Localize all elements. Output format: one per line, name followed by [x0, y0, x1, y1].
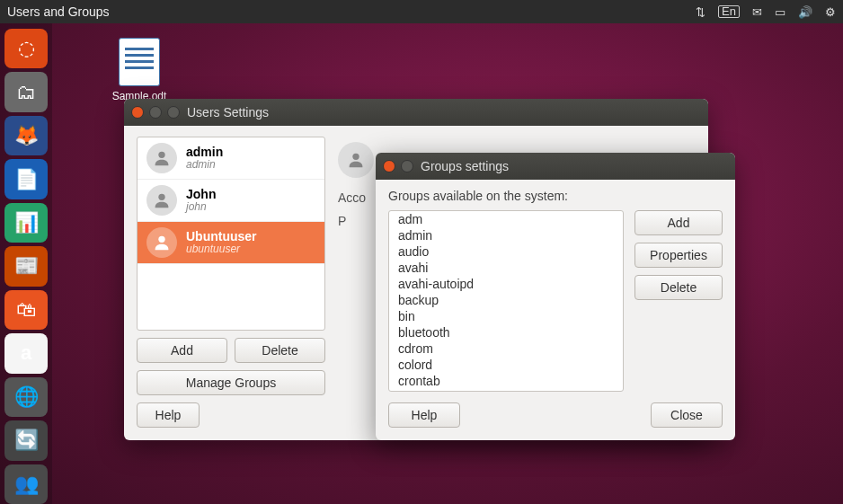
groups-close-button[interactable]: Close	[651, 402, 723, 428]
manage-groups-button[interactable]: Manage Groups	[137, 370, 325, 395]
minimize-icon[interactable]	[149, 106, 162, 119]
close-icon[interactable]	[131, 106, 144, 119]
group-item[interactable]: avahi-autoipd	[389, 276, 623, 292]
svg-point-3	[352, 154, 359, 160]
user-name: John	[186, 187, 216, 201]
group-item[interactable]: cdrom	[389, 340, 623, 357]
user-name: admin	[186, 145, 223, 159]
launcher-firefox[interactable]: 🦊	[4, 116, 48, 155]
group-item[interactable]: crontab	[389, 373, 623, 389]
add-user-button[interactable]: Add	[137, 338, 227, 363]
avatar-icon	[146, 227, 177, 258]
svg-point-1	[158, 194, 164, 200]
sound-icon[interactable]: 🔊	[798, 5, 812, 19]
launcher-files[interactable]: 🗂	[4, 72, 48, 111]
user-list-pane: adminadminJohnjohnUbuntuuserubuntuuser A…	[137, 137, 325, 428]
avatar-icon	[338, 142, 374, 178]
user-login: ubuntuuser	[186, 243, 257, 256]
users-window-titlebar[interactable]: Users Settings	[124, 99, 708, 126]
document-icon	[119, 38, 160, 86]
battery-icon[interactable]: ▭	[775, 5, 785, 19]
desktop-file-sample[interactable]: Sample.odt	[99, 38, 180, 102]
close-icon[interactable]	[383, 160, 395, 172]
user-login: admin	[186, 159, 223, 172]
user-row[interactable]: adminadmin	[138, 137, 324, 180]
users-window-title: Users Settings	[187, 105, 269, 119]
users-help-button[interactable]: Help	[137, 402, 200, 428]
avatar-icon	[146, 143, 177, 173]
launcher-software-center[interactable]: 🛍	[4, 290, 48, 330]
gear-icon[interactable]: ⚙	[825, 5, 836, 19]
launcher-calc[interactable]: 📊	[4, 203, 48, 243]
group-item[interactable]: avahi	[389, 260, 623, 276]
svg-point-0	[158, 152, 164, 158]
group-item[interactable]: colord	[389, 357, 623, 373]
launcher-amazon[interactable]: a	[4, 333, 48, 373]
group-item[interactable]: bin	[389, 308, 623, 324]
group-item[interactable]: bluetooth	[389, 324, 623, 340]
group-item[interactable]: backup	[389, 292, 623, 308]
groups-list[interactable]: admadminaudioavahiavahi-autoipdbackupbin…	[388, 210, 624, 392]
group-item[interactable]: audio	[389, 243, 623, 260]
svg-point-2	[158, 236, 164, 243]
groups-settings-window: Groups settings Groups available on the …	[376, 153, 735, 440]
group-item[interactable]: admin	[389, 227, 623, 243]
active-window-title: Users and Groups	[7, 4, 696, 19]
group-item[interactable]: adm	[389, 211, 623, 227]
group-properties-button[interactable]: Properties	[634, 243, 723, 268]
unity-launcher: ◌ 🗂 🦊 📄 📊 📰 🛍 a 🌐 🔄 👥	[0, 23, 52, 504]
avatar-icon	[146, 185, 177, 216]
launcher-impress[interactable]: 📰	[4, 246, 48, 286]
user-row[interactable]: Johnjohn	[138, 180, 324, 222]
network-icon[interactable]: ⇅	[696, 5, 705, 19]
user-login: john	[186, 201, 216, 214]
launcher-writer[interactable]: 📄	[4, 159, 48, 199]
launcher-dash[interactable]: ◌	[4, 29, 48, 68]
delete-group-button[interactable]: Delete	[634, 275, 723, 300]
add-group-button[interactable]: Add	[634, 210, 723, 235]
launcher-users-groups[interactable]: 👥	[4, 464, 48, 504]
messages-icon[interactable]: ✉	[752, 5, 762, 19]
groups-window-title: Groups settings	[421, 159, 509, 173]
user-list[interactable]: adminadminJohnjohnUbuntuuserubuntuuser	[137, 137, 325, 331]
launcher-updater[interactable]: 🔄	[4, 420, 48, 460]
delete-user-button[interactable]: Delete	[235, 338, 325, 363]
groups-window-titlebar[interactable]: Groups settings	[376, 153, 735, 180]
user-row[interactable]: Ubuntuuserubuntuuser	[138, 222, 324, 264]
launcher-system-settings[interactable]: 🌐	[4, 377, 48, 417]
groups-list-label: Groups available on the system:	[388, 189, 723, 203]
groups-help-button[interactable]: Help	[388, 402, 460, 428]
system-tray: ⇅ En ✉ ▭ 🔊 ⚙	[696, 5, 836, 19]
top-menubar: Users and Groups ⇅ En ✉ ▭ 🔊 ⚙	[0, 0, 843, 23]
user-name: Ubuntuuser	[186, 229, 257, 243]
maximize-icon[interactable]	[167, 106, 180, 119]
keyboard-indicator[interactable]: En	[718, 5, 740, 18]
minimize-icon[interactable]	[401, 160, 413, 172]
